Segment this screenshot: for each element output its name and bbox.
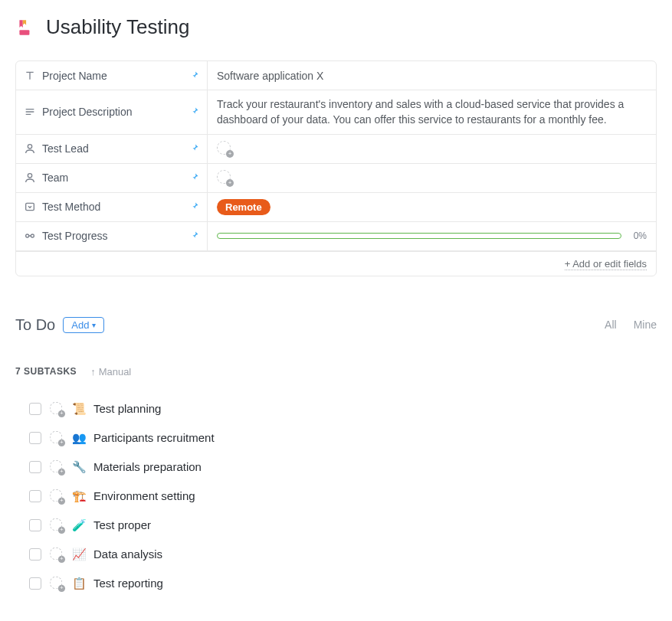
subtask-row[interactable]: + 🏗️ Environment setting <box>29 482 657 511</box>
subtask-count: 7 SUBTASKS <box>15 366 77 377</box>
subtask-checkbox[interactable] <box>29 490 41 502</box>
subtask-row[interactable]: + 📜 Test planning <box>29 394 657 423</box>
subtask-list: + 📜 Test planning + 👥 Participants recru… <box>15 394 657 598</box>
svg-rect-3 <box>26 203 34 210</box>
person-icon <box>24 142 36 155</box>
add-button-label: Add <box>71 319 89 331</box>
subtask-row[interactable]: + 📋 Test reporting <box>29 569 657 598</box>
subtask-emoji: 🔧 <box>72 460 86 474</box>
pin-icon[interactable] <box>190 201 199 213</box>
subtask-emoji: 👥 <box>72 431 86 445</box>
field-label-text: Project Name <box>42 70 107 82</box>
field-value[interactable]: Remote <box>208 193 656 221</box>
assignee-empty-icon[interactable]: + <box>217 141 232 156</box>
field-label-text: Project Description <box>42 106 133 118</box>
subtask-title[interactable]: Test proper <box>93 518 151 531</box>
field-project-name[interactable]: Project Name Software application X <box>16 61 656 90</box>
person-icon <box>24 172 36 184</box>
assignee-empty-icon[interactable]: + <box>217 170 232 185</box>
field-label: Test Progress <box>16 222 208 250</box>
text-type-icon <box>24 70 36 82</box>
pin-icon[interactable] <box>190 106 199 118</box>
progress-bar[interactable] <box>217 233 621 239</box>
field-label: Test Lead <box>16 135 208 163</box>
page-header: Usability Testing <box>15 15 657 39</box>
svg-point-5 <box>31 234 34 237</box>
subtask-checkbox[interactable] <box>29 577 41 590</box>
subtask-emoji: 📜 <box>72 402 86 416</box>
field-value[interactable]: + <box>208 135 656 163</box>
sort-row: 7 SUBTASKS ↑ Manual <box>15 366 657 378</box>
svg-point-2 <box>28 174 31 178</box>
subtask-emoji: 📋 <box>72 577 86 590</box>
sort-mode-label: Manual <box>99 366 132 378</box>
field-value[interactable]: Track your restaurant's inventory and sa… <box>208 90 656 134</box>
dropdown-icon <box>24 201 36 213</box>
field-value[interactable]: Software application X <box>208 61 656 90</box>
text-long-icon <box>24 106 36 118</box>
field-test-progress[interactable]: Test Progress 0% <box>16 222 656 251</box>
subtask-title[interactable]: Test planning <box>93 402 161 415</box>
subtask-checkbox[interactable] <box>29 461 41 473</box>
assignee-empty-icon[interactable]: + <box>50 459 64 473</box>
arrow-up-icon: ↑ <box>90 366 96 378</box>
subtask-emoji: 📈 <box>72 547 86 561</box>
field-label: Project Description <box>16 90 208 134</box>
chevron-down-icon: ▾ <box>92 321 96 329</box>
subtask-row[interactable]: + 🔧 Materials preparation <box>29 453 657 482</box>
todo-title: To Do <box>15 316 55 334</box>
subtask-row[interactable]: + 👥 Participants recruitment <box>29 423 657 453</box>
subtask-title[interactable]: Participants recruitment <box>93 431 215 444</box>
field-value[interactable]: + <box>208 164 656 192</box>
field-label-text: Test Progress <box>42 230 108 242</box>
filter-tabs: All Mine <box>605 319 657 331</box>
subtask-checkbox[interactable] <box>29 548 41 561</box>
subtask-checkbox[interactable] <box>29 432 41 444</box>
field-test-method[interactable]: Test Method Remote <box>16 193 656 222</box>
assignee-empty-icon[interactable]: + <box>50 547 64 561</box>
field-value[interactable]: 0% <box>208 222 656 250</box>
page-title: Usability Testing <box>46 15 189 39</box>
field-label: Test Method <box>16 193 208 221</box>
sort-mode-toggle[interactable]: ↑ Manual <box>90 366 131 378</box>
svg-rect-0 <box>19 30 29 35</box>
assignee-empty-icon[interactable]: + <box>50 576 64 590</box>
progress-percent: 0% <box>634 230 647 241</box>
todo-header: To Do Add ▾ All Mine <box>15 316 657 334</box>
subtask-title[interactable]: Environment setting <box>93 489 195 502</box>
subtask-title[interactable]: Materials preparation <box>93 460 202 473</box>
svg-point-1 <box>28 145 31 149</box>
method-tag[interactable]: Remote <box>217 199 270 215</box>
assignee-empty-icon[interactable]: + <box>50 430 64 444</box>
assignee-empty-icon[interactable]: + <box>50 401 64 415</box>
pin-icon[interactable] <box>190 230 199 242</box>
field-test-lead[interactable]: Test Lead + <box>16 135 656 164</box>
field-team[interactable]: Team + <box>16 164 656 193</box>
field-label: Team <box>16 164 208 192</box>
page-emoji <box>15 18 35 38</box>
subtask-title[interactable]: Test reporting <box>93 577 163 590</box>
custom-fields-table: Project Name Software application X Proj… <box>15 60 657 276</box>
subtask-row[interactable]: + 🧪 Test proper <box>29 511 657 540</box>
add-subtask-button[interactable]: Add ▾ <box>63 317 104 333</box>
subtask-row[interactable]: + 📈 Data analysis <box>29 540 657 569</box>
progress-icon <box>24 230 36 242</box>
add-edit-fields-row: + Add or edit fields <box>16 251 656 276</box>
pin-icon[interactable] <box>190 70 199 82</box>
pin-icon[interactable] <box>190 172 199 184</box>
subtask-checkbox[interactable] <box>29 403 41 415</box>
svg-point-4 <box>26 234 29 237</box>
add-edit-fields-link[interactable]: + Add or edit fields <box>565 258 647 270</box>
subtask-title[interactable]: Data analysis <box>93 547 162 561</box>
field-label: Project Name <box>16 61 208 90</box>
field-label-text: Test Method <box>42 201 100 213</box>
pin-icon[interactable] <box>190 142 199 155</box>
assignee-empty-icon[interactable]: + <box>50 518 64 531</box>
assignee-empty-icon[interactable]: + <box>50 489 64 502</box>
todo-section: To Do Add ▾ All Mine 7 SUBTASKS ↑ Manual… <box>15 316 657 598</box>
filter-mine[interactable]: Mine <box>634 319 657 331</box>
subtask-checkbox[interactable] <box>29 519 41 531</box>
field-project-description[interactable]: Project Description Track your restauran… <box>16 90 656 135</box>
subtask-emoji: 🧪 <box>72 518 86 532</box>
filter-all[interactable]: All <box>605 319 617 331</box>
